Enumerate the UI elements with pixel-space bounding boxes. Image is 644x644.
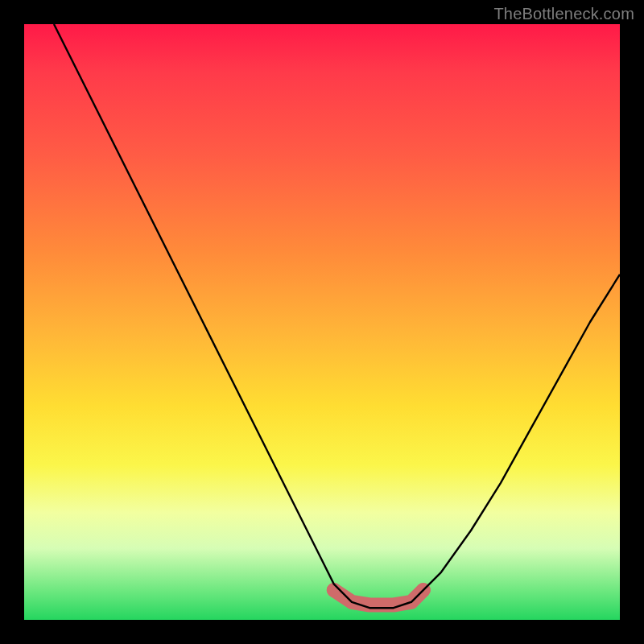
bottleneck-curve bbox=[54, 24, 620, 608]
chart-frame: TheBottleneck.com bbox=[0, 0, 644, 644]
bottleneck-chart-svg bbox=[24, 24, 620, 620]
watermark-text: TheBottleneck.com bbox=[493, 5, 634, 23]
bottleneck-floor-band bbox=[327, 583, 431, 605]
plot-area bbox=[24, 24, 620, 620]
